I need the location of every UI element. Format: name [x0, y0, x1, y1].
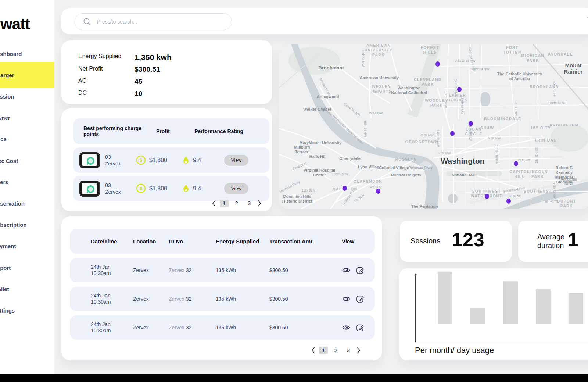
edit-button[interactable]: [356, 323, 365, 332]
sidebar-item-label: Payment: [0, 243, 16, 249]
sidebar-item-charger[interactable]: Charger: [0, 62, 54, 88]
charge-point-row: 03 Zervex $ $1,800 9.4 View: [74, 176, 269, 201]
search-bar[interactable]: [75, 13, 232, 30]
charge-point-name: Zervex: [105, 160, 136, 167]
txn-energy: 135 kWh: [216, 296, 269, 302]
page-3[interactable]: 3: [344, 347, 353, 354]
charger-location-dot[interactable]: [485, 194, 489, 199]
charge-point-name: Zervex: [105, 189, 136, 195]
avg-duration-label-1: Average: [537, 232, 564, 241]
page-2[interactable]: 2: [331, 347, 340, 354]
sidebar-item-users[interactable]: Users: [0, 171, 54, 193]
transactions-card: Date/Time Location ID No. Energy Supplie…: [61, 216, 382, 360]
page-3[interactable]: 3: [245, 200, 254, 207]
sidebar-item-dashboard[interactable]: Dashboard: [0, 43, 54, 64]
chevron-right-icon[interactable]: [356, 347, 361, 354]
txn-id-prefix: Zervex: [169, 325, 184, 331]
charge-point-row: 03 Zervex $ $1,800 9.4 View: [74, 147, 269, 173]
stat-label: Energy Supplied: [78, 53, 135, 62]
bottom-black-bar: [0, 374, 588, 382]
dollar-icon: $: [136, 183, 146, 193]
col-date-time: Date/Time: [91, 238, 133, 244]
edit-icon: [356, 323, 365, 332]
view-details-button[interactable]: [342, 294, 351, 303]
rating-value: 9.4: [193, 157, 201, 164]
user-line1: Tee: [578, 17, 588, 22]
sidebar-item-owner[interactable]: Owner: [0, 107, 54, 129]
stat-value: $300.51: [135, 65, 160, 74]
txn-id-number: 32: [186, 325, 192, 331]
stat-label: DC: [78, 90, 135, 98]
page-1[interactable]: 1: [319, 347, 328, 354]
view-details-button[interactable]: [342, 266, 351, 275]
usage-bar: [438, 272, 452, 324]
chevron-left-icon[interactable]: [212, 200, 216, 207]
edit-button[interactable]: [356, 294, 365, 303]
usage-bar: [470, 308, 485, 324]
stat-value: 45: [135, 78, 143, 86]
charger-location-dot[interactable]: [376, 189, 380, 194]
charger-location-dot[interactable]: [514, 161, 518, 166]
sidebar-item-label: Subscription: [0, 222, 27, 228]
sidebar-item-session[interactable]: Session: [0, 86, 54, 107]
edit-icon: [356, 266, 365, 275]
chevron-right-icon[interactable]: [257, 200, 262, 207]
flame-icon: [182, 184, 190, 193]
sidebar-item-elec-cost[interactable]: Elec Cost: [0, 150, 54, 171]
sessions-card: Sessions 123: [400, 221, 512, 262]
stat-value: 10: [135, 90, 143, 98]
txn-energy: 135 kWh: [216, 325, 269, 331]
sidebar-item-payment[interactable]: Payment: [0, 236, 54, 257]
eye-icon: [342, 323, 351, 332]
txn-location: Zervex: [133, 325, 169, 331]
search-icon: [83, 18, 91, 26]
view-details-button[interactable]: [342, 323, 351, 332]
chart-x-axis: [415, 342, 588, 342]
chevron-left-icon[interactable]: [311, 347, 315, 354]
txn-time: 10:30am: [91, 270, 133, 276]
transaction-row: 24th Jan10:30am Zervex Zervex 32 135 kWh…: [70, 287, 375, 311]
sidebar-item-wallet[interactable]: Wallet: [0, 278, 54, 300]
charge-point-image: [79, 152, 100, 168]
user-info[interactable]: Tee Ad: [578, 17, 588, 28]
sidebar-item-subscription[interactable]: Subscription: [0, 214, 54, 236]
charger-location-dot[interactable]: [457, 87, 462, 92]
page-1[interactable]: 1: [220, 200, 229, 207]
sidebar-item-report[interactable]: Report: [0, 257, 54, 278]
best-charge-points-card: Best performing charge points Profit Per…: [61, 108, 272, 211]
col-location: Location: [133, 238, 169, 244]
dollar-icon: $: [136, 155, 146, 165]
col-transaction-amt: Transaction Amt: [269, 238, 342, 244]
charger-location-dot[interactable]: [506, 199, 511, 204]
sidebar-item-label: Charger: [0, 72, 14, 78]
usage-chart-card: Per month/ day usage: [399, 268, 588, 360]
txn-id-prefix: Zervex: [169, 296, 184, 302]
search-input[interactable]: [96, 18, 219, 25]
profit-value: $1,800: [149, 185, 167, 192]
col-profit: Profit: [156, 128, 194, 134]
charger-location-dot[interactable]: [343, 186, 347, 191]
charger-location-dot[interactable]: [469, 121, 473, 126]
sidebar-item-label: Reservation: [0, 200, 25, 207]
sidebar-item-reservation[interactable]: Reservation: [0, 193, 54, 214]
view-button[interactable]: View: [224, 155, 248, 166]
txn-energy: 135 kWh: [216, 267, 269, 273]
edit-button[interactable]: [356, 266, 365, 275]
sidebar-item-label: Price: [0, 136, 7, 142]
sidebar-item-settings[interactable]: Settings: [0, 300, 54, 321]
page-2[interactable]: 2: [232, 200, 241, 207]
sidebar-item-price[interactable]: Price: [0, 129, 54, 150]
txn-date: 24th Jan: [91, 321, 133, 328]
sidebar-item-label: Dashboard: [0, 51, 22, 57]
txn-id-number: 32: [186, 267, 192, 273]
charger-location-dot[interactable]: [450, 131, 455, 136]
col-view: View: [342, 238, 354, 244]
flame-icon: [182, 156, 190, 165]
txn-amount: $300.50: [269, 325, 342, 331]
col-best-performing: Best performing charge points: [83, 125, 156, 137]
charger-map[interactable]: AMERICAN UNIVERSITY PARKFOREST HILLSFORT…: [279, 44, 588, 209]
col-id-no: ID No.: [169, 238, 216, 244]
charger-location-dot[interactable]: [435, 61, 440, 67]
view-button[interactable]: View: [224, 183, 248, 194]
txn-date: 24th Jan: [91, 264, 133, 270]
